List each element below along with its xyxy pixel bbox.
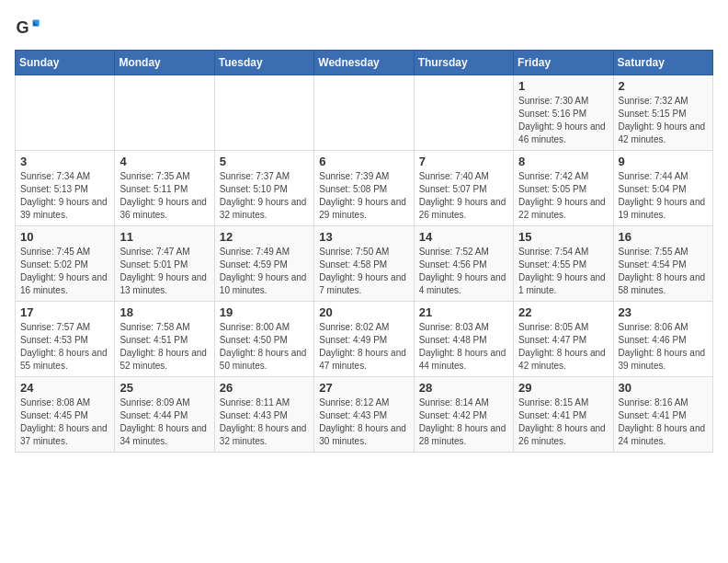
day-info: Sunrise: 7:30 AM Sunset: 5:16 PM Dayligh… [518,95,608,146]
day-cell: 19Sunrise: 8:00 AM Sunset: 4:50 PM Dayli… [214,302,313,377]
day-info: Sunrise: 7:45 AM Sunset: 5:02 PM Dayligh… [20,246,109,297]
day-info: Sunrise: 8:11 AM Sunset: 4:43 PM Dayligh… [220,396,309,448]
day-number: 16 [619,230,708,244]
day-number: 30 [619,381,708,395]
day-number: 13 [319,230,408,244]
day-cell: 7Sunrise: 7:40 AM Sunset: 5:07 PM Daylig… [414,151,513,226]
day-cell: 2Sunrise: 7:32 AM Sunset: 5:15 PM Daylig… [613,75,712,151]
day-info: Sunrise: 7:47 AM Sunset: 5:01 PM Dayligh… [119,246,209,297]
day-number: 11 [119,230,209,244]
calendar-body: 1Sunrise: 7:30 AM Sunset: 5:16 PM Daylig… [16,75,713,453]
day-cell: 20Sunrise: 8:02 AM Sunset: 4:49 PM Dayli… [314,302,414,377]
day-header-sunday: Sunday [16,51,115,75]
day-cell: 14Sunrise: 7:52 AM Sunset: 4:56 PM Dayli… [414,226,513,302]
day-number: 5 [220,155,309,168]
day-header-saturday: Saturday [613,51,712,75]
day-cell: 28Sunrise: 8:14 AM Sunset: 4:42 PM Dayli… [414,377,513,453]
day-info: Sunrise: 7:55 AM Sunset: 4:54 PM Dayligh… [619,246,708,297]
day-info: Sunrise: 8:12 AM Sunset: 4:43 PM Dayligh… [319,396,408,448]
day-number: 3 [20,155,109,168]
day-info: Sunrise: 8:09 AM Sunset: 4:44 PM Dayligh… [119,396,209,448]
day-info: Sunrise: 7:32 AM Sunset: 5:15 PM Dayligh… [619,95,708,146]
day-info: Sunrise: 7:34 AM Sunset: 5:13 PM Dayligh… [20,170,109,222]
day-cell: 10Sunrise: 7:45 AM Sunset: 5:02 PM Dayli… [16,226,115,302]
day-number: 6 [319,155,408,168]
day-cell: 22Sunrise: 8:05 AM Sunset: 4:47 PM Dayli… [514,302,613,377]
day-cell: 25Sunrise: 8:09 AM Sunset: 4:44 PM Dayli… [115,377,214,453]
week-row-4: 17Sunrise: 7:57 AM Sunset: 4:53 PM Dayli… [16,302,713,377]
day-number: 28 [419,381,508,395]
day-number: 10 [20,230,109,244]
day-info: Sunrise: 7:54 AM Sunset: 4:55 PM Dayligh… [518,246,608,297]
day-number: 27 [319,381,408,395]
calendar-header: SundayMondayTuesdayWednesdayThursdayFrid… [16,51,713,75]
day-info: Sunrise: 7:35 AM Sunset: 5:11 PM Dayligh… [119,170,209,222]
day-info: Sunrise: 7:37 AM Sunset: 5:10 PM Dayligh… [220,170,309,222]
day-info: Sunrise: 7:58 AM Sunset: 4:51 PM Dayligh… [119,321,209,373]
day-info: Sunrise: 8:15 AM Sunset: 4:41 PM Dayligh… [518,396,608,448]
day-cell [115,75,214,151]
day-header-thursday: Thursday [414,51,513,75]
day-number: 2 [619,79,708,93]
svg-text:G: G [16,18,28,37]
day-cell [414,75,513,151]
day-cell: 15Sunrise: 7:54 AM Sunset: 4:55 PM Dayli… [514,226,613,302]
day-cell: 21Sunrise: 8:03 AM Sunset: 4:48 PM Dayli… [414,302,513,377]
day-header-friday: Friday [514,51,613,75]
day-number: 8 [518,155,608,168]
day-header-monday: Monday [115,51,214,75]
day-number: 25 [119,381,209,395]
day-number: 7 [419,155,508,168]
day-header-wednesday: Wednesday [314,51,414,75]
day-info: Sunrise: 8:00 AM Sunset: 4:50 PM Dayligh… [220,321,309,373]
week-row-2: 3Sunrise: 7:34 AM Sunset: 5:13 PM Daylig… [16,151,713,226]
day-info: Sunrise: 7:57 AM Sunset: 4:53 PM Dayligh… [20,321,109,373]
week-row-5: 24Sunrise: 8:08 AM Sunset: 4:45 PM Dayli… [16,377,713,453]
day-cell: 13Sunrise: 7:50 AM Sunset: 4:58 PM Dayli… [314,226,414,302]
day-cell: 9Sunrise: 7:44 AM Sunset: 5:04 PM Daylig… [613,151,712,226]
day-number: 20 [319,305,408,319]
day-info: Sunrise: 7:49 AM Sunset: 4:59 PM Dayligh… [220,246,309,297]
day-cell [314,75,414,151]
logo-icon: G [15,15,40,40]
day-cell: 29Sunrise: 8:15 AM Sunset: 4:41 PM Dayli… [514,377,613,453]
day-info: Sunrise: 8:06 AM Sunset: 4:46 PM Dayligh… [619,321,708,373]
day-number: 9 [619,155,708,168]
day-cell: 24Sunrise: 8:08 AM Sunset: 4:45 PM Dayli… [16,377,115,453]
day-number: 29 [518,381,608,395]
page-header: G [15,15,713,40]
week-row-3: 10Sunrise: 7:45 AM Sunset: 5:02 PM Dayli… [16,226,713,302]
day-cell: 17Sunrise: 7:57 AM Sunset: 4:53 PM Dayli… [16,302,115,377]
day-info: Sunrise: 8:14 AM Sunset: 4:42 PM Dayligh… [419,396,508,448]
day-cell [214,75,313,151]
day-cell: 18Sunrise: 7:58 AM Sunset: 4:51 PM Dayli… [115,302,214,377]
day-info: Sunrise: 7:40 AM Sunset: 5:07 PM Dayligh… [419,170,508,222]
day-info: Sunrise: 7:50 AM Sunset: 4:58 PM Dayligh… [319,246,408,297]
day-info: Sunrise: 7:42 AM Sunset: 5:05 PM Dayligh… [518,170,608,222]
day-cell: 27Sunrise: 8:12 AM Sunset: 4:43 PM Dayli… [314,377,414,453]
day-cell: 8Sunrise: 7:42 AM Sunset: 5:05 PM Daylig… [514,151,613,226]
day-cell: 6Sunrise: 7:39 AM Sunset: 5:08 PM Daylig… [314,151,414,226]
day-number: 4 [119,155,209,168]
day-info: Sunrise: 7:52 AM Sunset: 4:56 PM Dayligh… [419,246,508,297]
day-cell: 4Sunrise: 7:35 AM Sunset: 5:11 PM Daylig… [115,151,214,226]
day-info: Sunrise: 7:39 AM Sunset: 5:08 PM Dayligh… [319,170,408,222]
day-number: 22 [518,305,608,319]
day-info: Sunrise: 8:03 AM Sunset: 4:48 PM Dayligh… [419,321,508,373]
day-cell: 26Sunrise: 8:11 AM Sunset: 4:43 PM Dayli… [214,377,313,453]
day-info: Sunrise: 8:05 AM Sunset: 4:47 PM Dayligh… [518,321,608,373]
day-number: 17 [20,305,109,319]
day-number: 23 [619,305,708,319]
logo: G [15,15,44,40]
day-info: Sunrise: 8:16 AM Sunset: 4:41 PM Dayligh… [619,396,708,448]
day-cell: 30Sunrise: 8:16 AM Sunset: 4:41 PM Dayli… [613,377,712,453]
day-info: Sunrise: 8:08 AM Sunset: 4:45 PM Dayligh… [20,396,109,448]
day-number: 12 [220,230,309,244]
day-info: Sunrise: 8:02 AM Sunset: 4:49 PM Dayligh… [319,321,408,373]
day-header-tuesday: Tuesday [214,51,313,75]
day-number: 18 [119,305,209,319]
day-number: 26 [220,381,309,395]
day-number: 21 [419,305,508,319]
day-number: 14 [419,230,508,244]
day-cell: 16Sunrise: 7:55 AM Sunset: 4:54 PM Dayli… [613,226,712,302]
